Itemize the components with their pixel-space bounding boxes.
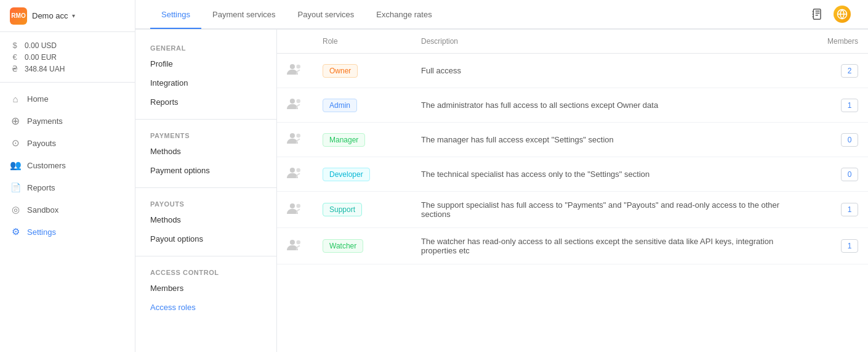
role-badge-5: Watcher bbox=[323, 239, 363, 253]
col-role: Role bbox=[313, 30, 411, 54]
members-count-0: 2 bbox=[841, 64, 858, 78]
svg-point-18 bbox=[296, 203, 300, 208]
dollar-icon: $ bbox=[10, 41, 20, 50]
home-icon: ⌂ bbox=[10, 93, 21, 104]
sidebar-item-sandbox[interactable]: ◎ Sandbox bbox=[0, 199, 135, 221]
role-badge-4: Support bbox=[323, 203, 362, 216]
tab-payout-services[interactable]: Payout services bbox=[287, 0, 366, 29]
balance-eur: € 0.00 EUR bbox=[10, 51, 125, 63]
table-row: Admin The administrator has full access … bbox=[277, 88, 868, 123]
left-nav-reports[interactable]: Reports bbox=[135, 92, 276, 112]
role-description-1: The administrator has full access to all… bbox=[411, 88, 806, 123]
payments-icon: ⊕ bbox=[10, 115, 21, 126]
reports-icon: 📄 bbox=[10, 182, 21, 193]
svg-point-20 bbox=[296, 240, 300, 244]
left-nav-integration[interactable]: Integration bbox=[135, 73, 276, 92]
svg-point-10 bbox=[296, 65, 300, 69]
col-description: Description bbox=[411, 30, 806, 54]
sidebar-item-home[interactable]: ⌂ Home bbox=[0, 88, 135, 110]
role-description-5: The watcher has read-only access to all … bbox=[411, 228, 806, 264]
role-icon-3 bbox=[287, 168, 303, 182]
role-icon-4 bbox=[287, 204, 303, 218]
globe-icon[interactable] bbox=[834, 6, 851, 23]
hryvnia-icon: ₴ bbox=[10, 64, 20, 73]
table-row: Owner Full access 2 bbox=[277, 54, 868, 88]
sidebar-item-reports[interactable]: 📄 Reports bbox=[0, 176, 135, 199]
table-row: Watcher The watcher has read-only access… bbox=[277, 228, 868, 264]
roles-table: Role Description Members Owner F bbox=[277, 30, 868, 264]
role-icon-1 bbox=[287, 99, 303, 113]
section-payments-label: PAYMENTS bbox=[135, 127, 276, 142]
svg-point-12 bbox=[296, 99, 300, 104]
role-badge-0: Owner bbox=[323, 64, 358, 78]
role-icon-5 bbox=[287, 240, 303, 254]
account-selector[interactable]: Demo acc ▾ bbox=[32, 11, 75, 20]
content-area: GENERAL Profile Integration Reports PAYM… bbox=[135, 30, 868, 352]
svg-point-13 bbox=[290, 133, 295, 138]
notebook-icon[interactable] bbox=[809, 6, 826, 23]
section-general-label: GENERAL bbox=[135, 39, 276, 54]
members-count-4: 1 bbox=[841, 203, 858, 216]
nav-menu: ⌂ Home ⊕ Payments ⊙ Payouts 👥 Customers … bbox=[0, 83, 135, 352]
left-nav-access-roles[interactable]: Access roles bbox=[135, 298, 276, 317]
customers-icon: 👥 bbox=[10, 160, 21, 171]
payouts-icon: ⊙ bbox=[10, 137, 21, 149]
role-description-0: Full access bbox=[411, 54, 806, 88]
table-row: Manager The manager has full access exce… bbox=[277, 123, 868, 157]
left-nav-members[interactable]: Members bbox=[135, 279, 276, 298]
left-nav-payments-methods[interactable]: Methods bbox=[135, 142, 276, 161]
members-count-2: 0 bbox=[841, 133, 858, 147]
top-bar: Settings Payment services Payout service… bbox=[135, 0, 868, 30]
balance-usd: $ 0.00 USD bbox=[10, 39, 125, 51]
role-icon-0 bbox=[287, 65, 303, 78]
balances-section: $ 0.00 USD € 0.00 EUR ₴ 348.84 UAH bbox=[0, 32, 135, 83]
members-count-5: 1 bbox=[841, 239, 858, 253]
svg-point-11 bbox=[290, 99, 295, 104]
role-badge-3: Developer bbox=[323, 168, 370, 181]
sidebar: RMO Demo acc ▾ $ 0.00 USD € 0.00 EUR ₴ 3… bbox=[0, 0, 135, 352]
balance-uah: ₴ 348.84 UAH bbox=[10, 63, 125, 75]
sandbox-icon: ◎ bbox=[10, 204, 21, 215]
members-count-1: 1 bbox=[841, 99, 858, 112]
tab-payment-services[interactable]: Payment services bbox=[201, 0, 287, 29]
sidebar-header: RMO Demo acc ▾ bbox=[0, 0, 135, 32]
sidebar-item-customers[interactable]: 👥 Customers bbox=[0, 154, 135, 176]
settings-icon: ⚙ bbox=[10, 226, 21, 237]
left-nav-payment-options[interactable]: Payment options bbox=[135, 161, 276, 180]
role-description-2: The manager has full access except "Sett… bbox=[411, 123, 806, 157]
main-content: Settings Payment services Payout service… bbox=[135, 0, 868, 352]
tab-settings[interactable]: Settings bbox=[150, 0, 201, 29]
section-access-label: ACCESS CONTROL bbox=[135, 264, 276, 279]
section-payouts-label: PAYOUTS bbox=[135, 195, 276, 210]
svg-point-9 bbox=[290, 64, 295, 69]
roles-panel: Role Description Members Owner F bbox=[277, 30, 868, 352]
role-description-3: The technical specialist has access only… bbox=[411, 157, 806, 192]
table-row: Developer The technical specialist has a… bbox=[277, 157, 868, 192]
members-count-3: 0 bbox=[841, 168, 858, 181]
euro-icon: € bbox=[10, 52, 20, 62]
left-nav-profile[interactable]: Profile bbox=[135, 54, 276, 73]
svg-point-16 bbox=[296, 168, 300, 173]
tab-exchange-rates[interactable]: Exchange rates bbox=[365, 0, 443, 29]
svg-rect-0 bbox=[813, 9, 821, 20]
role-icon-2 bbox=[287, 134, 303, 147]
sidebar-item-payments[interactable]: ⊕ Payments bbox=[0, 110, 135, 132]
app-logo: RMO bbox=[10, 7, 27, 25]
svg-point-14 bbox=[296, 134, 300, 138]
left-nav-payouts-methods[interactable]: Methods bbox=[135, 210, 276, 229]
role-badge-2: Manager bbox=[323, 133, 365, 147]
settings-left-panel: GENERAL Profile Integration Reports PAYM… bbox=[135, 30, 277, 352]
chevron-down-icon: ▾ bbox=[72, 12, 75, 19]
svg-point-17 bbox=[290, 203, 295, 208]
svg-point-19 bbox=[290, 239, 295, 244]
left-nav-payout-options[interactable]: Payout options bbox=[135, 229, 276, 248]
role-description-4: The support specialist has full access t… bbox=[411, 192, 806, 228]
svg-point-15 bbox=[290, 168, 295, 173]
col-members: Members bbox=[806, 30, 868, 54]
role-badge-1: Admin bbox=[323, 99, 357, 112]
table-row: Support The support specialist has full … bbox=[277, 192, 868, 228]
tab-bar: Settings Payment services Payout service… bbox=[135, 0, 868, 29]
sidebar-item-payouts[interactable]: ⊙ Payouts bbox=[0, 132, 135, 154]
sidebar-item-settings[interactable]: ⚙ Settings bbox=[0, 221, 135, 243]
